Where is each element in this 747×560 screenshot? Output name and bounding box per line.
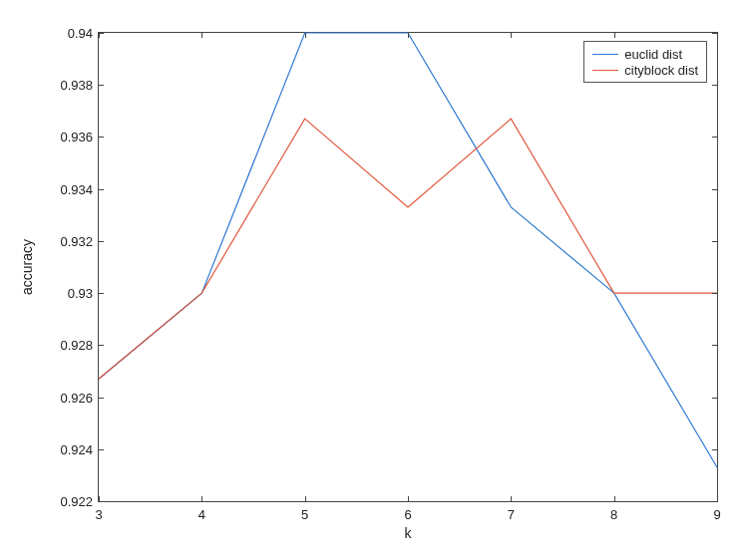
x-tick-label: 9: [713, 501, 720, 522]
series-line: [99, 33, 717, 467]
y-tick: [99, 189, 104, 190]
y-tick: [99, 241, 104, 242]
legend: euclid distcityblock dist: [583, 41, 707, 83]
y-tick-label: 0.932: [60, 233, 99, 248]
x-tick-label: 4: [198, 501, 205, 522]
x-tick-label: 3: [95, 501, 102, 522]
y-tick: [99, 449, 104, 450]
legend-item: cityblock dist: [592, 62, 698, 78]
legend-swatch: [592, 54, 618, 55]
y-tick-label: 0.94: [68, 26, 99, 41]
y-tick: [99, 137, 104, 138]
legend-label: euclid dist: [624, 47, 682, 62]
y-tick-label: 0.938: [60, 78, 99, 93]
y-tick: [99, 293, 104, 294]
x-axis-label: k: [405, 525, 412, 541]
y-tick-label: 0.928: [60, 338, 99, 353]
y-tick-label: 0.936: [60, 130, 99, 144]
x-tick: [99, 33, 100, 38]
y-tick-label: 0.922: [60, 494, 99, 509]
legend-swatch: [592, 70, 618, 71]
y-tick-label: 0.934: [60, 181, 99, 196]
y-tick-label: 0.926: [60, 390, 99, 405]
y-tick: [99, 85, 104, 86]
y-tick: [712, 449, 717, 450]
x-tick: [201, 33, 202, 38]
y-tick: [99, 398, 104, 399]
x-tick: [408, 33, 409, 38]
y-tick: [712, 241, 717, 242]
x-tick-label: 6: [404, 501, 411, 522]
legend-item: euclid dist: [592, 46, 698, 62]
x-tick-label: 8: [610, 501, 617, 522]
chart-lines: [99, 33, 717, 501]
x-tick-label: 5: [301, 501, 308, 522]
chart-figure: k accuracy euclid distcityblock dist 0.9…: [0, 0, 747, 560]
y-tick: [712, 398, 717, 399]
x-tick-label: 7: [508, 501, 515, 522]
y-tick: [712, 189, 717, 190]
y-tick-label: 0.93: [68, 286, 99, 301]
y-tick: [712, 85, 717, 86]
y-axis-label: accuracy: [19, 239, 35, 295]
series-line: [99, 119, 717, 379]
legend-label: cityblock dist: [624, 63, 698, 78]
y-tick: [712, 137, 717, 138]
x-tick: [614, 33, 615, 38]
x-tick: [511, 33, 512, 38]
x-tick: [305, 33, 306, 38]
y-tick: [712, 293, 717, 294]
y-tick-label: 0.924: [60, 441, 99, 456]
x-tick: [717, 33, 718, 38]
y-tick: [712, 345, 717, 346]
y-tick: [99, 345, 104, 346]
plot-area: k accuracy euclid distcityblock dist 0.9…: [98, 32, 718, 502]
